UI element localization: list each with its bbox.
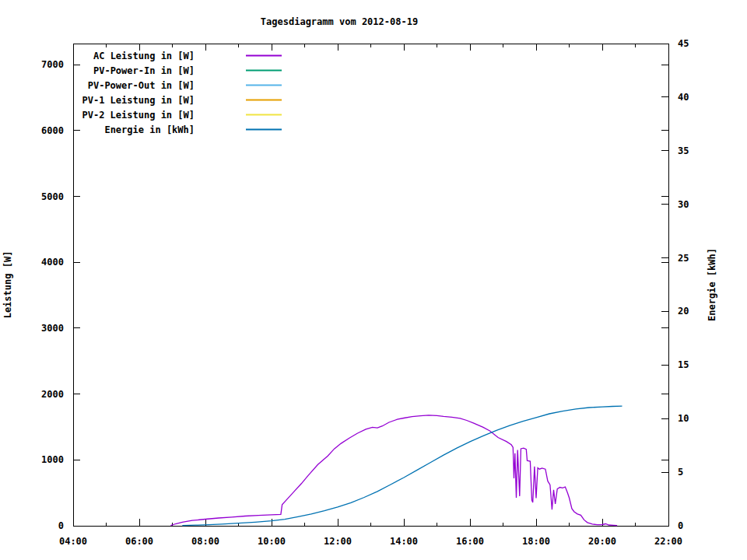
legend-label: PV-2 Leistung in [W]	[82, 110, 195, 121]
legend-label: AC Leistung in [W]	[93, 51, 195, 61]
y-right-tick-label: 0	[678, 520, 683, 531]
y-left-tick-label: 7000	[41, 59, 64, 70]
y-right-tick-label: 15	[678, 359, 689, 370]
y-left-tick-label: 5000	[41, 191, 64, 202]
y-left-tick-label: 2000	[41, 389, 64, 400]
x-tick-label: 16:00	[456, 536, 484, 547]
legend-label: PV-Power-In in [W]	[93, 65, 195, 76]
daily-pv-chart: Tagesdiagramm vom 2012-08-19 Leistung [W…	[0, 0, 747, 560]
y-right-tick-label: 25	[678, 253, 689, 264]
legend-label: PV-Power-Out in [W]	[88, 80, 195, 91]
x-tick-label: 12:00	[324, 536, 352, 547]
x-tick-label: 06:00	[125, 536, 153, 547]
y-right-axis-label: Energie [kWh]	[707, 248, 717, 321]
series-line-5	[182, 406, 622, 526]
y-left-tick-label: 4000	[41, 257, 64, 268]
legend-label: PV-1 Leistung in [W]	[82, 95, 195, 106]
x-tick-label: 18:00	[522, 536, 550, 547]
x-tick-label: 14:00	[390, 536, 418, 547]
y-left-axis-label: Leistung [W]	[2, 251, 13, 319]
chart-canvas: Tagesdiagramm vom 2012-08-19 Leistung [W…	[0, 0, 747, 560]
x-tick-label: 20:00	[588, 536, 616, 547]
x-tick-label: 10:00	[258, 536, 286, 547]
y-right-tick-label: 10	[678, 413, 689, 424]
y-left-tick-label: 3000	[41, 323, 64, 334]
y-left-tick-label: 6000	[41, 125, 64, 136]
y-right-tick-label: 45	[678, 38, 689, 49]
y-right-tick-label: 40	[678, 92, 689, 103]
series-line-0	[170, 415, 617, 526]
y-left-tick-label: 0	[58, 520, 64, 531]
y-right-tick-label: 35	[678, 145, 689, 156]
y-left-tick-label: 1000	[41, 454, 64, 465]
series-lines	[170, 406, 622, 526]
x-tick-label: 04:00	[59, 536, 87, 547]
legend: AC Leistung in [W]PV-Power-In in [W]PV-P…	[82, 51, 282, 135]
legend-label: Energie in [kWh]	[104, 124, 195, 135]
x-tick-label: 22:00	[654, 536, 682, 547]
y-right-tick-label: 20	[678, 306, 689, 317]
y-right-tick-label: 30	[678, 199, 689, 210]
chart-title: Tagesdiagramm vom 2012-08-19	[261, 16, 418, 27]
x-tick-label: 08:00	[191, 536, 219, 547]
y-right-tick-label: 5	[678, 467, 683, 478]
